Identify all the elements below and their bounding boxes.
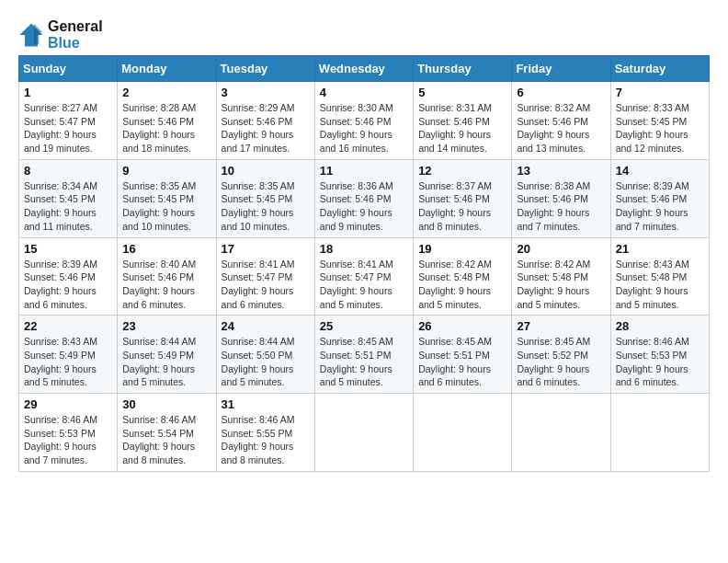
day-number: 6	[517, 86, 605, 99]
calendar-cell: 15Sunrise: 8:39 AMSunset: 5:46 PMDayligh…	[19, 237, 118, 316]
day-number: 24	[222, 319, 310, 333]
logo-icon	[18, 22, 44, 48]
weekday-header-thursday: Thursday	[414, 56, 512, 82]
logo-text: General Blue	[48, 18, 103, 52]
calendar-cell: 28Sunrise: 8:46 AMSunset: 5:53 PMDayligh…	[610, 316, 709, 394]
day-info: Sunrise: 8:41 AMSunset: 5:47 PMDaylight:…	[222, 258, 310, 312]
calendar-cell: 12Sunrise: 8:37 AMSunset: 5:46 PMDayligh…	[414, 159, 512, 237]
day-number: 21	[616, 242, 704, 256]
day-number: 26	[418, 319, 506, 333]
weekday-header-saturday: Saturday	[610, 56, 709, 82]
day-info: Sunrise: 8:42 AMSunset: 5:48 PMDaylight:…	[517, 258, 605, 312]
week-row-3: 15Sunrise: 8:39 AMSunset: 5:46 PMDayligh…	[19, 237, 710, 316]
day-info: Sunrise: 8:32 AMSunset: 5:46 PMDaylight:…	[517, 101, 605, 155]
calendar-cell: 2Sunrise: 8:28 AMSunset: 5:46 PMDaylight…	[118, 82, 216, 160]
day-info: Sunrise: 8:33 AMSunset: 5:45 PMDaylight:…	[616, 101, 704, 155]
week-row-4: 22Sunrise: 8:43 AMSunset: 5:49 PMDayligh…	[19, 316, 710, 394]
day-number: 16	[122, 242, 210, 256]
weekday-header-monday: Monday	[118, 56, 216, 82]
weekday-row: SundayMondayTuesdayWednesdayThursdayFrid…	[19, 56, 710, 82]
day-info: Sunrise: 8:40 AMSunset: 5:46 PMDaylight:…	[122, 258, 210, 312]
day-info: Sunrise: 8:45 AMSunset: 5:51 PMDaylight:…	[418, 335, 506, 389]
day-info: Sunrise: 8:29 AMSunset: 5:46 PMDaylight:…	[222, 101, 310, 155]
day-number: 11	[320, 164, 408, 178]
calendar-cell: 9Sunrise: 8:35 AMSunset: 5:45 PMDaylight…	[118, 159, 216, 237]
calendar-cell: 31Sunrise: 8:46 AMSunset: 5:55 PMDayligh…	[216, 394, 314, 472]
day-number: 8	[24, 164, 112, 178]
calendar-cell	[512, 394, 610, 472]
weekday-header-sunday: Sunday	[19, 56, 118, 82]
day-number: 29	[24, 397, 112, 411]
day-info: Sunrise: 8:39 AMSunset: 5:46 PMDaylight:…	[616, 179, 704, 234]
calendar-cell: 8Sunrise: 8:34 AMSunset: 5:45 PMDaylight…	[19, 159, 118, 237]
day-number: 3	[222, 86, 310, 99]
calendar-cell: 29Sunrise: 8:46 AMSunset: 5:53 PMDayligh…	[19, 394, 118, 472]
calendar-cell: 13Sunrise: 8:38 AMSunset: 5:46 PMDayligh…	[512, 159, 610, 237]
svg-marker-0	[19, 23, 42, 46]
day-number: 27	[517, 319, 605, 333]
day-info: Sunrise: 8:34 AMSunset: 5:45 PMDaylight:…	[24, 179, 112, 234]
page-container: General Blue SundayMondayTuesdayWednesda…	[18, 18, 710, 472]
calendar-header: SundayMondayTuesdayWednesdayThursdayFrid…	[19, 56, 710, 82]
day-info: Sunrise: 8:42 AMSunset: 5:48 PMDaylight:…	[418, 258, 506, 312]
week-row-1: 1Sunrise: 8:27 AMSunset: 5:47 PMDaylight…	[19, 82, 710, 160]
day-info: Sunrise: 8:46 AMSunset: 5:55 PMDaylight:…	[222, 413, 310, 467]
day-info: Sunrise: 8:35 AMSunset: 5:45 PMDaylight:…	[222, 179, 310, 234]
calendar-cell: 20Sunrise: 8:42 AMSunset: 5:48 PMDayligh…	[512, 237, 610, 316]
weekday-header-tuesday: Tuesday	[216, 56, 314, 82]
calendar-cell: 26Sunrise: 8:45 AMSunset: 5:51 PMDayligh…	[414, 316, 512, 394]
calendar-cell: 19Sunrise: 8:42 AMSunset: 5:48 PMDayligh…	[414, 237, 512, 316]
day-info: Sunrise: 8:30 AMSunset: 5:46 PMDaylight:…	[320, 101, 408, 155]
calendar-cell: 14Sunrise: 8:39 AMSunset: 5:46 PMDayligh…	[610, 159, 709, 237]
weekday-header-wednesday: Wednesday	[314, 56, 413, 82]
logo: General Blue	[18, 18, 103, 52]
day-info: Sunrise: 8:39 AMSunset: 5:46 PMDaylight:…	[24, 258, 112, 312]
day-number: 30	[122, 397, 210, 411]
day-info: Sunrise: 8:46 AMSunset: 5:53 PMDaylight:…	[24, 413, 112, 467]
calendar-cell	[414, 394, 512, 472]
week-row-5: 29Sunrise: 8:46 AMSunset: 5:53 PMDayligh…	[19, 394, 710, 472]
header: General Blue	[18, 18, 710, 52]
calendar-cell: 30Sunrise: 8:46 AMSunset: 5:54 PMDayligh…	[118, 394, 216, 472]
day-number: 23	[122, 319, 210, 333]
day-number: 7	[616, 86, 704, 99]
calendar-cell	[610, 394, 709, 472]
calendar-cell: 6Sunrise: 8:32 AMSunset: 5:46 PMDaylight…	[512, 82, 610, 160]
calendar-cell: 11Sunrise: 8:36 AMSunset: 5:46 PMDayligh…	[314, 159, 413, 237]
day-info: Sunrise: 8:37 AMSunset: 5:46 PMDaylight:…	[418, 179, 506, 234]
day-number: 25	[320, 319, 408, 333]
calendar-cell: 18Sunrise: 8:41 AMSunset: 5:47 PMDayligh…	[314, 237, 413, 316]
day-number: 9	[122, 164, 210, 178]
calendar-cell: 7Sunrise: 8:33 AMSunset: 5:45 PMDaylight…	[610, 82, 709, 160]
calendar-cell: 23Sunrise: 8:44 AMSunset: 5:49 PMDayligh…	[118, 316, 216, 394]
day-info: Sunrise: 8:38 AMSunset: 5:46 PMDaylight:…	[517, 179, 605, 234]
day-info: Sunrise: 8:36 AMSunset: 5:46 PMDaylight:…	[320, 179, 408, 234]
day-number: 4	[320, 86, 408, 99]
day-number: 15	[24, 242, 112, 256]
day-info: Sunrise: 8:46 AMSunset: 5:54 PMDaylight:…	[122, 413, 210, 467]
calendar-cell: 1Sunrise: 8:27 AMSunset: 5:47 PMDaylight…	[19, 82, 118, 160]
day-info: Sunrise: 8:45 AMSunset: 5:51 PMDaylight:…	[320, 335, 408, 389]
day-number: 18	[320, 242, 408, 256]
day-number: 12	[418, 164, 506, 178]
day-info: Sunrise: 8:44 AMSunset: 5:50 PMDaylight:…	[222, 335, 310, 389]
day-number: 31	[222, 397, 310, 411]
weekday-header-friday: Friday	[512, 56, 610, 82]
calendar-cell: 21Sunrise: 8:43 AMSunset: 5:48 PMDayligh…	[610, 237, 709, 316]
day-number: 22	[24, 319, 112, 333]
calendar-cell: 5Sunrise: 8:31 AMSunset: 5:46 PMDaylight…	[414, 82, 512, 160]
day-info: Sunrise: 8:45 AMSunset: 5:52 PMDaylight:…	[517, 335, 605, 389]
day-info: Sunrise: 8:43 AMSunset: 5:49 PMDaylight:…	[24, 335, 112, 389]
day-number: 2	[122, 86, 210, 99]
calendar-cell: 4Sunrise: 8:30 AMSunset: 5:46 PMDaylight…	[314, 82, 413, 160]
week-row-2: 8Sunrise: 8:34 AMSunset: 5:45 PMDaylight…	[19, 159, 710, 237]
day-info: Sunrise: 8:31 AMSunset: 5:46 PMDaylight:…	[418, 101, 506, 155]
day-number: 13	[517, 164, 605, 178]
calendar-table: SundayMondayTuesdayWednesdayThursdayFrid…	[18, 55, 710, 472]
calendar-cell: 25Sunrise: 8:45 AMSunset: 5:51 PMDayligh…	[314, 316, 413, 394]
calendar-cell: 3Sunrise: 8:29 AMSunset: 5:46 PMDaylight…	[216, 82, 314, 160]
day-info: Sunrise: 8:46 AMSunset: 5:53 PMDaylight:…	[616, 335, 704, 389]
calendar-body: 1Sunrise: 8:27 AMSunset: 5:47 PMDaylight…	[19, 82, 710, 472]
day-info: Sunrise: 8:28 AMSunset: 5:46 PMDaylight:…	[122, 101, 210, 155]
day-number: 14	[616, 164, 704, 178]
